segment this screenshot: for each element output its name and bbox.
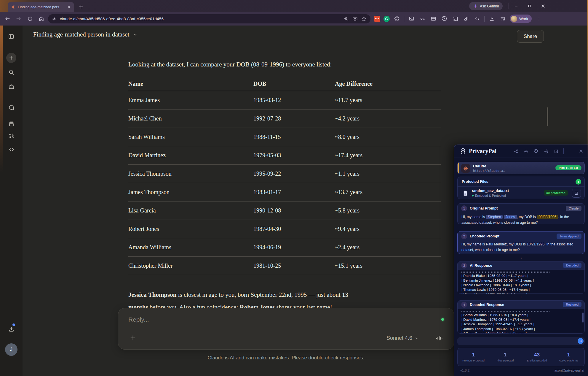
- privacypal-protection-dot: [441, 318, 444, 321]
- voice-input-button[interactable]: [435, 334, 444, 343]
- decoded-response-body[interactable]: | Sarah Williams | 1988-11-15 | ~8.0 yea…: [458, 309, 584, 333]
- forward-button[interactable]: [15, 15, 23, 23]
- attach-plus-button[interactable]: [129, 334, 137, 342]
- entities-collapsed-bar[interactable]: 3: [457, 337, 585, 345]
- open-external-icon[interactable]: [553, 148, 559, 154]
- step-number: 1: [461, 205, 467, 211]
- entity-pill[interactable]: Stephen: [486, 215, 503, 219]
- chats-icon[interactable]: [6, 102, 16, 112]
- new-chat-button[interactable]: [6, 53, 16, 63]
- extensions-puzzle-icon[interactable]: [393, 15, 401, 23]
- original-prompt-text: Hi, my name is Stephen Jones, my DOB is …: [461, 214, 582, 226]
- table-row: Michael Chen1992-07-28~4.2 years: [128, 110, 441, 128]
- maximize-button[interactable]: [524, 1, 535, 11]
- table-row: Emma James1985-03-12~11.7 years: [128, 91, 441, 110]
- refresh-icon[interactable]: [533, 148, 539, 154]
- ask-gemini-button[interactable]: Ask Gemini: [469, 2, 503, 10]
- bookmark-star-icon[interactable]: [361, 16, 367, 22]
- response-row: | Nicole Lawrence | 1988-10-04 | ~8.0 ye…: [461, 283, 584, 288]
- step-title: AI Response: [470, 264, 492, 268]
- claude-sidebar: [0, 26, 23, 376]
- sidebar-toggle-button[interactable]: [6, 31, 16, 42]
- home-button[interactable]: [37, 15, 45, 23]
- screen-search-icon[interactable]: [408, 15, 415, 23]
- step-badge: Restored: [563, 302, 581, 307]
- extension-adblock-icon[interactable]: •••: [374, 16, 380, 22]
- url-text[interactable]: claude.ai/chat/485dd586-e9ee-4bd8-88af-c…: [60, 17, 340, 21]
- profile-work-button[interactable]: Work: [510, 15, 532, 23]
- response-row: | Tiffany Garcia | 1990-12-19 | ~5.8 yea…: [461, 331, 584, 333]
- tab-close-icon[interactable]: [66, 5, 71, 9]
- toolbar-divider: [404, 16, 404, 22]
- browser-tab[interactable]: Finding age-matched person in: [8, 2, 74, 12]
- url-bar[interactable]: claude.ai/chat/485dd586-e9ee-4bd8-88af-c…: [48, 14, 370, 23]
- history-icon[interactable]: [440, 15, 448, 23]
- chat-title-menu[interactable]: Finding age-matched person in dataset: [33, 31, 138, 38]
- new-tab-button[interactable]: [77, 3, 85, 11]
- stat-active-platforms: 1Active Platforms: [553, 352, 584, 362]
- site-url: https://claude.ai: [473, 169, 505, 172]
- share-button[interactable]: Share: [517, 30, 544, 43]
- decoded-response-card: 4 Decoded Response Restored | Sarah Will…: [457, 300, 585, 334]
- chevron-down-icon: [133, 32, 138, 37]
- table-row: Robert Jones1987-04-30~9.4 years: [128, 220, 441, 238]
- step-badge: Decoded: [563, 263, 581, 268]
- step-header: 4 Decoded Response Restored: [458, 301, 584, 309]
- settings-gear-icon[interactable]: [543, 148, 549, 154]
- dev-code-icon[interactable]: [473, 15, 481, 23]
- card-scrollbar-thumb[interactable]: [582, 312, 584, 323]
- reload-button[interactable]: [26, 15, 34, 23]
- response-row: | James Thompson | 1983-02-16 | ~13.7 ye…: [461, 327, 584, 331]
- assistant-intro-text: Looking at the dataset, I can compare yo…: [128, 61, 332, 68]
- back-button[interactable]: [4, 15, 11, 23]
- panel-account[interactable]: jason@privacypal.ai: [554, 369, 584, 372]
- panel-close-button[interactable]: [578, 148, 584, 154]
- user-avatar[interactable]: J: [5, 343, 17, 356]
- titlebar-divider: [509, 3, 509, 9]
- code-icon[interactable]: [6, 144, 16, 154]
- projects-icon[interactable]: [6, 119, 16, 129]
- connectors-icon[interactable]: [6, 131, 16, 141]
- table-row: David Martinez1979-05-03~17.4 years: [128, 146, 441, 165]
- page-scrollbar[interactable]: [547, 107, 548, 126]
- protected-site-card[interactable]: Claude https://claude.ai PROTECTED: [457, 162, 585, 174]
- extension-grammarly-icon[interactable]: G: [384, 16, 390, 22]
- toolbar-divider: [484, 16, 485, 22]
- col-header-dob: DOB: [253, 80, 335, 87]
- cast-icon[interactable]: [451, 15, 459, 23]
- table-row: Sarah Williams1988-11-15~8.0 years: [128, 128, 441, 146]
- col-header-name: Name: [128, 80, 253, 87]
- search-icon[interactable]: [6, 67, 16, 77]
- ai-response-body[interactable]: | Patricia Blake | 1985-02-09 | ~11.7 ye…: [458, 270, 584, 293]
- browser-menu-button[interactable]: [535, 15, 543, 23]
- site-info-icon[interactable]: [52, 16, 57, 22]
- passwords-key-icon[interactable]: [418, 15, 426, 23]
- panel-header-divider: [563, 148, 564, 154]
- reply-input[interactable]: Reply... Sonnet 4.6: [118, 308, 454, 350]
- theme-brightness-icon[interactable]: [523, 148, 529, 154]
- copy-link-icon[interactable]: [462, 15, 470, 23]
- tab-title: Finding age-matched person in: [18, 5, 64, 9]
- close-button[interactable]: [538, 1, 548, 11]
- file-open-button[interactable]: [572, 189, 581, 198]
- share-icon[interactable]: [513, 148, 519, 154]
- install-app-icon[interactable]: [352, 16, 358, 22]
- profile-avatar: [511, 16, 517, 22]
- entity-pill[interactable]: Jones: [504, 215, 517, 219]
- privacypal-header: PrivacyPal: [454, 145, 588, 158]
- model-label: Sonnet 4.6: [386, 335, 412, 341]
- stat-prompts-protected: 1Prompts Protected: [458, 352, 489, 362]
- date-pill[interactable]: 09/08/1996: [537, 215, 558, 219]
- zoom-icon[interactable]: [343, 16, 349, 22]
- minimize-button[interactable]: [511, 1, 521, 11]
- model-selector[interactable]: Sonnet 4.6: [386, 335, 419, 341]
- flow-arrow-icon: ↓: [454, 226, 588, 230]
- payments-card-icon[interactable]: [429, 15, 437, 23]
- reading-list-icon[interactable]: [499, 15, 506, 23]
- panel-minimize-button[interactable]: [568, 148, 574, 154]
- response-row: | David Martinez | 1979-05-03 | ~17.4 ye…: [461, 318, 584, 322]
- downloads-button[interactable]: [488, 15, 496, 23]
- tools-icon[interactable]: [6, 82, 16, 92]
- age-difference-table: Name DOB Age Difference Emma James1985-0…: [128, 77, 441, 275]
- stat-entities-encoded: 43Entities Encoded: [521, 352, 553, 362]
